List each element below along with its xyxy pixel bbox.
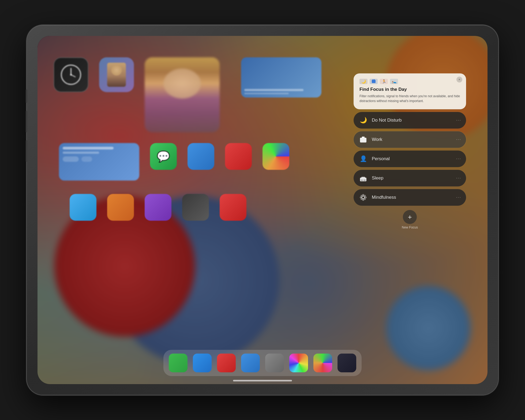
svg-point-3 — [70, 74, 72, 76]
volume-down-button[interactable] — [26, 111, 27, 132]
orange-app-icon[interactable] — [107, 194, 134, 221]
focus-info-close-button[interactable]: × — [456, 77, 462, 82]
dock-gradient-icon[interactable] — [313, 354, 332, 372]
widget-placeholder — [241, 57, 321, 132]
mail-small-icon[interactable] — [225, 143, 252, 170]
ipad-screen: 💬 — [38, 36, 488, 384]
ipad-screen-bezel: 💬 — [38, 36, 488, 384]
power-button[interactable] — [26, 140, 27, 162]
svg-point-19 — [365, 197, 366, 198]
work-more-button[interactable]: ··· — [456, 137, 461, 142]
focus-info-title: Find Focus in the Day — [359, 87, 460, 92]
large-blue-widget[interactable] — [59, 143, 139, 181]
svg-rect-7 — [360, 138, 366, 142]
safari-small-icon[interactable] — [188, 143, 214, 170]
messages-app-icon[interactable]: 💬 — [150, 143, 177, 170]
photo-widget — [145, 57, 220, 132]
sleep-more-button[interactable]: ··· — [456, 176, 461, 181]
contacts-app-icon[interactable] — [99, 57, 134, 92]
do-not-disturb-more-button[interactable]: ··· — [456, 118, 461, 123]
volume-up-button[interactable] — [26, 89, 27, 103]
focus-item-sleep[interactable]: Sleep ··· — [354, 170, 466, 186]
home-indicator — [233, 380, 292, 381]
svg-rect-10 — [362, 137, 365, 137]
runner-focus-icon: 🏃 — [380, 79, 388, 84]
red-app-icon[interactable] — [220, 194, 246, 221]
moon-focus-icon: 🌙 — [359, 79, 368, 84]
svg-point-15 — [362, 196, 365, 199]
focus-info-description: Filter notifications, signal to friends … — [359, 94, 460, 103]
personal-more-button[interactable]: ··· — [456, 156, 461, 161]
dock-phone-icon[interactable] — [241, 354, 260, 372]
focus-mode-icons-row: 🌙 🏃 🛌 — [359, 79, 460, 84]
svg-point-16 — [363, 194, 364, 196]
do-not-disturb-label: Do Not Disturb — [372, 118, 452, 123]
work-focus-icon-badge — [370, 79, 378, 84]
dock-settings-icon[interactable] — [265, 354, 284, 372]
svg-point-18 — [360, 197, 362, 198]
mindfulness-icon — [358, 193, 368, 202]
svg-point-21 — [365, 195, 366, 196]
new-focus-container: + New Focus — [354, 208, 466, 229]
svg-rect-5 — [373, 79, 373, 80]
mindfulness-label: Mindfulness — [372, 195, 452, 200]
new-focus-button[interactable]: + — [403, 210, 417, 224]
purple-app-icon[interactable] — [145, 194, 171, 221]
work-label: Work — [372, 137, 452, 142]
svg-rect-12 — [361, 177, 365, 178]
new-focus-label: New Focus — [402, 226, 418, 229]
files-app-icon[interactable] — [70, 194, 96, 221]
dock-photos-icon[interactable] — [289, 354, 308, 372]
dock-mail-icon[interactable] — [217, 354, 236, 372]
focus-panel: × 🌙 🏃 🛌 F — [354, 73, 466, 229]
svg-point-23 — [365, 199, 366, 200]
svg-rect-4 — [372, 80, 376, 83]
color-app-icon[interactable] — [262, 143, 289, 170]
svg-point-22 — [361, 199, 362, 200]
mindfulness-more-button[interactable]: ··· — [456, 195, 461, 200]
svg-point-20 — [361, 195, 362, 196]
svg-rect-11 — [360, 178, 366, 181]
sleep-label: Sleep — [372, 175, 452, 181]
personal-icon: 👤 — [358, 154, 368, 164]
dark-app-icon[interactable] — [182, 194, 209, 221]
svg-rect-6 — [374, 79, 375, 80]
svg-point-13 — [361, 179, 363, 181]
svg-point-14 — [363, 179, 366, 181]
focus-item-mindfulness[interactable]: Mindfulness ··· — [354, 189, 466, 206]
dock-messages-icon[interactable] — [169, 354, 188, 372]
personal-label: Personal — [372, 156, 452, 162]
app-dock — [163, 350, 362, 376]
svg-point-17 — [363, 199, 364, 201]
sleep-icon — [358, 173, 368, 183]
do-not-disturb-icon: 🌙 — [358, 115, 368, 125]
blue-widget[interactable] — [241, 57, 321, 98]
sleep-focus-icon-badge: 🛌 — [390, 79, 398, 84]
ipad-device: 💬 — [27, 25, 498, 395]
focus-item-personal[interactable]: 👤 Personal ··· — [354, 151, 466, 167]
focus-info-card: × 🌙 🏃 🛌 F — [354, 73, 466, 109]
clock-app-icon[interactable] — [54, 57, 88, 92]
focus-item-work[interactable]: Work ··· — [354, 131, 466, 148]
dock-safari-icon[interactable] — [193, 354, 212, 372]
dock-dark-icon[interactable] — [338, 354, 356, 372]
focus-item-do-not-disturb[interactable]: 🌙 Do Not Disturb ··· — [354, 112, 466, 129]
work-icon — [358, 135, 368, 144]
